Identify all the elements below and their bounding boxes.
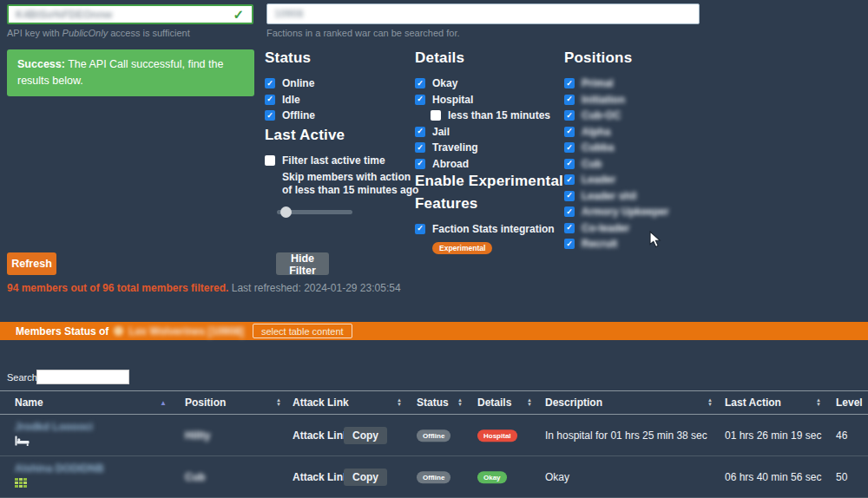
checkbox-position-5[interactable]: Cub bbox=[564, 158, 669, 170]
checkbox-jail[interactable]: Jail bbox=[415, 126, 550, 138]
faction-stats-checkbox[interactable] bbox=[415, 224, 425, 234]
offline-checkbox[interactable] bbox=[265, 110, 275, 121]
table-row: Jrodkd Looooci Hillty Attack Link Copy O… bbox=[0, 415, 868, 456]
success-alert-prefix: Success: bbox=[17, 58, 65, 70]
column-header-status[interactable]: Status bbox=[417, 396, 449, 409]
checkbox-position-6[interactable]: Leader bbox=[564, 174, 669, 186]
position-4-label: Cubba bbox=[582, 141, 614, 154]
sort-icon-description[interactable] bbox=[707, 398, 713, 407]
position-9-checkbox[interactable] bbox=[564, 223, 575, 233]
checkbox-position-0[interactable]: Primal bbox=[564, 77, 669, 89]
position-0-checkbox[interactable] bbox=[564, 78, 575, 88]
select-table-content-button[interactable]: select table content bbox=[253, 324, 352, 338]
column-header-details[interactable]: Details bbox=[477, 396, 511, 409]
column-header-attack-link[interactable]: Attack Link bbox=[293, 396, 349, 409]
checkbox-position-2[interactable]: Cub-OC bbox=[564, 109, 669, 121]
sort-asc-icon[interactable] bbox=[160, 399, 167, 407]
member-name-link[interactable]: Jrodkd Looooci bbox=[15, 421, 93, 433]
status-cell: Offline bbox=[417, 470, 450, 484]
position-6-label: Leader bbox=[582, 174, 615, 186]
column-header-position[interactable]: Position bbox=[185, 396, 226, 409]
hospital-checkbox[interactable] bbox=[415, 95, 425, 105]
experimental-badge: Experimental bbox=[432, 242, 492, 254]
position-7-checkbox[interactable] bbox=[564, 191, 575, 201]
faction-icon bbox=[114, 326, 123, 336]
last-active-title: Last Active bbox=[265, 127, 421, 144]
position-4-checkbox[interactable] bbox=[564, 142, 575, 153]
status-filter-section: Status Online Idle Offline bbox=[265, 49, 315, 126]
attack-link[interactable]: Attack Link bbox=[293, 429, 349, 442]
search-input[interactable] bbox=[36, 370, 129, 384]
slider-knob[interactable] bbox=[280, 206, 292, 218]
checkbox-faction-stats[interactable]: Faction Stats integration bbox=[415, 223, 568, 235]
column-header-name[interactable]: Name bbox=[15, 396, 43, 409]
checkbox-position-8[interactable]: Armory Upkeeper bbox=[564, 206, 669, 218]
faction-search-input[interactable]: 10908 bbox=[266, 3, 700, 24]
checkbox-online[interactable]: Online bbox=[265, 77, 315, 89]
api-key-input[interactable]: K4BtSo%FDEOnnw ✓ bbox=[7, 4, 253, 24]
column-header-last-action[interactable]: Last Action bbox=[725, 396, 781, 409]
sort-icon-details[interactable] bbox=[527, 398, 532, 407]
last-active-slider[interactable] bbox=[277, 210, 352, 214]
positions-section-title: Positions bbox=[564, 49, 669, 67]
checkbox-position-3[interactable]: Alpha bbox=[564, 126, 669, 138]
copy-button[interactable]: Copy bbox=[344, 427, 387, 444]
checkbox-position-1[interactable]: Initiation bbox=[564, 94, 669, 106]
details-section-title: Details bbox=[415, 49, 550, 67]
column-header-description[interactable]: Description bbox=[545, 396, 602, 409]
member-name-link[interactable]: Alshina DODIDNB bbox=[15, 462, 104, 475]
abroad-checkbox[interactable] bbox=[415, 159, 425, 169]
online-checkbox[interactable] bbox=[265, 78, 275, 88]
checkbox-offline[interactable]: Offline bbox=[265, 109, 315, 121]
filter-summary: 94 members out of 96 total members filte… bbox=[7, 282, 401, 294]
checkbox-position-4[interactable]: Cubba bbox=[564, 141, 669, 154]
checkbox-hospital[interactable]: Hospital bbox=[415, 94, 550, 106]
last-action-cell: 06 hrs 40 min 56 sec bbox=[725, 471, 821, 483]
position-0-label: Primal bbox=[582, 77, 614, 89]
checkbox-abroad[interactable]: Abroad bbox=[415, 158, 550, 170]
checkbox-less-than-15[interactable]: less than 15 minutes bbox=[431, 109, 550, 121]
member-position: Hillty bbox=[185, 429, 210, 442]
level-cell: 50 bbox=[836, 471, 847, 483]
sort-icon-last-action[interactable] bbox=[816, 398, 821, 407]
checkbox-traveling[interactable]: Traveling bbox=[415, 141, 550, 154]
position-2-checkbox[interactable] bbox=[564, 110, 575, 121]
position-5-checkbox[interactable] bbox=[564, 159, 575, 169]
sort-icon-attack-link[interactable] bbox=[397, 398, 402, 407]
sort-icon-status[interactable] bbox=[457, 398, 463, 407]
position-3-checkbox[interactable] bbox=[564, 127, 575, 137]
experimental-section: Enable Experimental Features Faction Sta… bbox=[415, 170, 568, 254]
details-cell: Hospital bbox=[477, 429, 517, 442]
filter-last-active-checkbox[interactable] bbox=[265, 155, 275, 166]
position-6-checkbox[interactable] bbox=[564, 174, 575, 185]
api-key-value: K4BtSo%FDEOnnw bbox=[16, 9, 112, 21]
idle-checkbox[interactable] bbox=[265, 95, 275, 105]
status-badge: Offline bbox=[417, 471, 450, 483]
attack-link[interactable]: Attack Link bbox=[293, 471, 349, 483]
checkbox-idle[interactable]: Idle bbox=[265, 94, 315, 106]
traveling-checkbox[interactable] bbox=[415, 142, 425, 153]
checkbox-position-7[interactable]: Leader shil bbox=[564, 190, 669, 202]
refresh-button[interactable]: Refresh bbox=[7, 252, 56, 275]
api-key-helper-publiconly: PublicOnly bbox=[62, 28, 108, 38]
position-2-label: Cub-OC bbox=[582, 109, 621, 121]
experimental-title: Enable Experimental Features bbox=[415, 170, 568, 216]
faction-search-value: 10908 bbox=[274, 8, 303, 20]
position-8-checkbox[interactable] bbox=[564, 206, 575, 217]
okay-checkbox[interactable] bbox=[415, 78, 425, 88]
column-header-level[interactable]: Level bbox=[836, 396, 863, 409]
copy-button[interactable]: Copy bbox=[344, 469, 387, 486]
less-than-15-checkbox[interactable] bbox=[431, 110, 441, 121]
abroad-label: Abroad bbox=[432, 158, 469, 170]
checkbox-okay[interactable]: Okay bbox=[415, 77, 550, 89]
checkbox-filter-last-active[interactable]: Filter last active time bbox=[265, 154, 421, 167]
position-7-label: Leader shil bbox=[582, 190, 636, 202]
table-header: Name Position Attack Link Status Details… bbox=[0, 390, 868, 415]
sort-icon-position[interactable] bbox=[276, 398, 281, 407]
position-1-checkbox[interactable] bbox=[564, 95, 575, 105]
status-badge: Offline bbox=[417, 429, 450, 442]
jail-checkbox[interactable] bbox=[415, 127, 425, 137]
success-alert: Success: The API Call successful, find t… bbox=[7, 49, 254, 96]
position-10-checkbox[interactable] bbox=[564, 239, 575, 249]
hide-filter-button[interactable]: Hide Filter bbox=[276, 252, 329, 275]
